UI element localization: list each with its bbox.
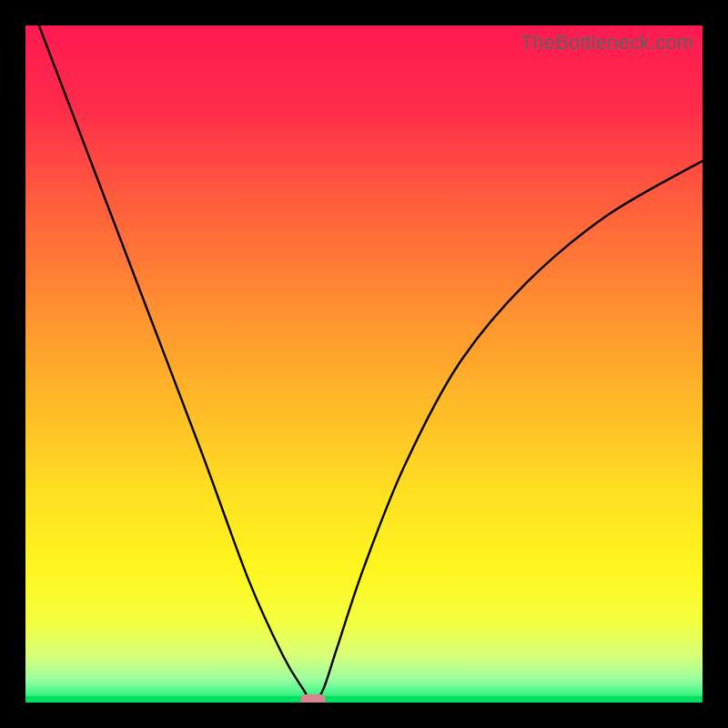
- curve-layer: [25, 25, 703, 703]
- plot-area: TheBottleneck.com: [25, 25, 703, 703]
- chart-frame: TheBottleneck.com: [0, 0, 728, 728]
- optimal-marker: [300, 694, 326, 703]
- attribution-label: TheBottleneck.com: [521, 31, 693, 55]
- bottleneck-curve: [39, 25, 703, 703]
- baseline-band: [25, 696, 703, 703]
